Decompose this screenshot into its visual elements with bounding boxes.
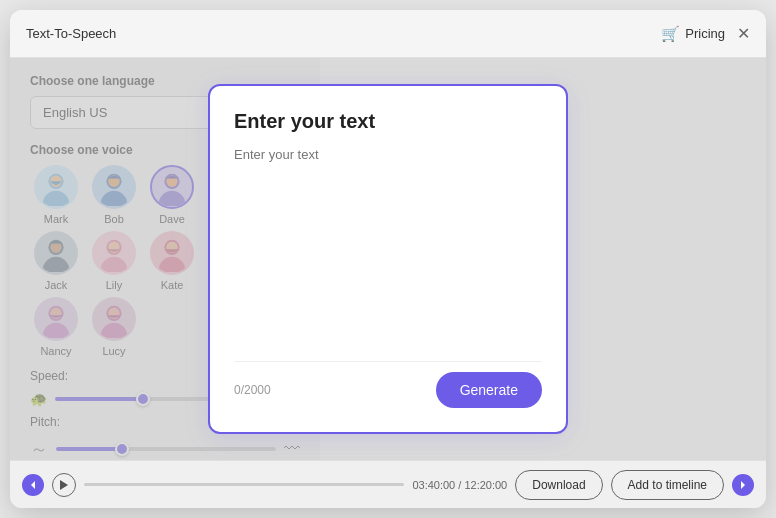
download-button[interactable]: Download xyxy=(515,470,602,500)
time-display: 03:40:00 / 12:20:00 xyxy=(412,479,507,491)
play-button[interactable] xyxy=(52,473,76,497)
bottom-bar: 03:40:00 / 12:20:00 Download Add to time… xyxy=(10,460,766,508)
modal-footer: 0/2000 Generate xyxy=(234,372,542,408)
modal-title: Enter your text xyxy=(234,110,542,133)
text-input[interactable] xyxy=(234,147,542,347)
right-arrow-button[interactable] xyxy=(732,474,754,496)
close-button[interactable]: ✕ xyxy=(737,24,750,43)
add-to-timeline-button[interactable]: Add to timeline xyxy=(611,470,724,500)
time-current: 03:40:00 xyxy=(412,479,455,491)
generate-button[interactable]: Generate xyxy=(436,372,542,408)
cart-icon: 🛒 xyxy=(661,25,680,43)
main-content: Choose one language English US Choose on… xyxy=(10,58,766,460)
char-count: 0/2000 xyxy=(234,383,271,397)
app-window: Text-To-Speech 🛒 Pricing ✕ Choose one la… xyxy=(10,10,766,508)
modal-overlay: Enter your text 0/2000 Generate xyxy=(10,58,766,460)
enter-text-modal: Enter your text 0/2000 Generate xyxy=(208,84,568,434)
pricing-button[interactable]: 🛒 Pricing xyxy=(661,25,725,43)
svg-marker-31 xyxy=(60,480,68,490)
svg-marker-32 xyxy=(741,481,745,489)
modal-divider xyxy=(234,361,542,362)
title-bar: Text-To-Speech 🛒 Pricing ✕ xyxy=(10,10,766,58)
svg-marker-30 xyxy=(31,481,35,489)
pricing-label: Pricing xyxy=(685,26,725,41)
progress-bar[interactable] xyxy=(84,483,404,486)
title-bar-left: Text-To-Speech xyxy=(26,26,116,41)
time-total: 12:20:00 xyxy=(464,479,507,491)
left-arrow-button[interactable] xyxy=(22,474,44,496)
title-bar-right: 🛒 Pricing ✕ xyxy=(661,24,750,43)
app-title: Text-To-Speech xyxy=(26,26,116,41)
